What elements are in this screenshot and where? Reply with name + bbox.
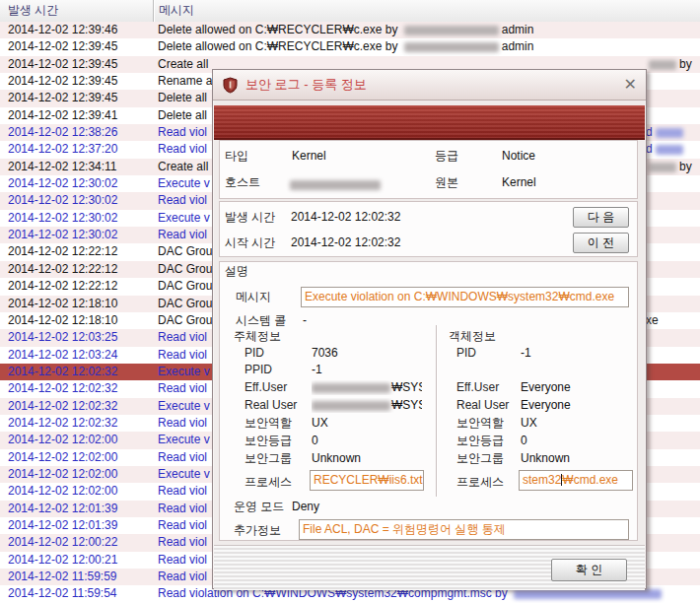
occur-time-label: 발생 시간 [225, 210, 275, 225]
subject-role-label: 보안역할 [245, 416, 292, 431]
object-grade-label: 보안등급 [456, 434, 504, 448]
row-message: Read viol [153, 569, 207, 585]
row-time: 2014-12-02 12:01:39 [0, 501, 153, 517]
row-message: Read viol [153, 517, 207, 534]
origin-label: 원본 [435, 175, 458, 190]
row-message: Delete allowed on C:₩RECYCLER₩c.exe by a… [153, 22, 533, 38]
row-message-fragment: by [646, 159, 692, 175]
column-header-time[interactable]: 발생 시간 [0, 0, 154, 22]
message-label: 메시지 [236, 290, 271, 304]
row-message: Read viol [153, 192, 207, 209]
row-time: 2014-12-02 12:39:45 [0, 38, 153, 55]
row-time: 2014-12-02 12:02:00 [0, 432, 153, 448]
row-time: 2014-12-02 12:22:12 [0, 278, 153, 295]
row-time: 2014-12-02 12:02:00 [0, 449, 153, 466]
message-textbox[interactable]: Execute violation on C:₩WINDOWS₩system32… [301, 287, 629, 307]
redacted-username [404, 42, 499, 52]
row-message: Execute v [153, 432, 210, 448]
subject-ppid-label: PPID [245, 363, 272, 377]
extra-info-textbox[interactable]: File ACL, DAC = 위험명령어 실행 통제 [299, 519, 629, 540]
row-time: 2014-12-02 12:22:12 [0, 243, 153, 260]
row-time: 2014-12-02 12:18:10 [0, 296, 153, 312]
row-message: Execute v [153, 175, 210, 192]
next-button[interactable]: 다 음 [573, 207, 629, 228]
close-icon[interactable]: ✕ [624, 77, 637, 93]
object-section-title: 객체정보 [449, 329, 496, 344]
row-message-fragment: d [646, 141, 686, 158]
row-message: Read viol [153, 380, 207, 397]
syscall-value: - [303, 313, 307, 328]
row-message: DAC Grou [153, 296, 212, 312]
row-time: 2014-12-02 12:03:24 [0, 347, 153, 364]
occur-time-value: 2014-12-02 12:02:32 [291, 210, 400, 225]
row-message: DAC Grou [153, 243, 212, 260]
row-time: 2014-12-02 12:30:02 [0, 192, 153, 209]
object-role-value: UX [521, 416, 537, 431]
object-process-label: 프로세스 [456, 475, 504, 490]
row-message: Execute v [153, 466, 210, 483]
object-role-label: 보안역할 [456, 416, 504, 431]
type-value: Kernel [292, 149, 326, 164]
prev-button[interactable]: 이 전 [573, 233, 629, 253]
row-time: 2014-12-02 12:39:45 [0, 73, 153, 90]
row-time: 2014-12-02 12:39:46 [0, 22, 153, 38]
row-time: 2014-12-02 12:18:10 [0, 312, 153, 329]
row-time: 2014-12-02 12:02:32 [0, 398, 153, 415]
row-message: Create all [153, 159, 208, 175]
subject-effuser-value: ₩SYSTI [312, 380, 422, 395]
type-label: 타입 [225, 149, 248, 164]
subject-object-divider [436, 325, 438, 497]
subject-realuser-value: ₩SYSTI [312, 398, 422, 413]
level-value: Notice [502, 149, 535, 164]
row-message-fragment: xe [646, 312, 659, 329]
row-message-fragment: d [646, 124, 686, 141]
object-realuser-value: Everyone [521, 398, 571, 413]
mode-label: 운영 모드 [234, 500, 284, 514]
row-time: 2014-12-02 12:38:26 [0, 124, 153, 141]
table-row[interactable]: 2014-12-02 12:39:45Delete allowed on C:₩… [0, 38, 700, 55]
row-message-fragment: by [646, 56, 692, 73]
object-group-label: 보안그룹 [456, 451, 504, 466]
row-message: Rename a [153, 73, 212, 90]
row-time: 2014-12-02 11:59:59 [0, 569, 153, 585]
row-message: Read viol [153, 483, 207, 500]
row-time: 2014-12-02 12:02:32 [0, 415, 153, 432]
object-realuser-label: Real User [456, 398, 509, 413]
row-message: DAC Grou [153, 261, 212, 278]
subject-role-value: UX [312, 416, 328, 431]
dialog-titlebar[interactable]: 보안 로그 - 등록 정보 ✕ [213, 70, 646, 100]
row-time: 2014-12-02 12:00:21 [0, 552, 153, 569]
subject-grade-value: 0 [312, 434, 318, 448]
row-message: Delete allowed on C:₩RECYCLER₩c.exe by a… [153, 38, 533, 55]
object-process-textbox[interactable]: stem32₩cmd.exe [519, 470, 633, 491]
row-message: DAC Grou [153, 312, 212, 329]
object-pid-value: -1 [521, 346, 531, 361]
row-message: Read viol [153, 449, 207, 466]
subject-process-textbox[interactable]: RECYCLER₩iis6.txt [310, 470, 424, 491]
column-header-message[interactable]: 메시지 [154, 0, 700, 22]
host-value-redacted [290, 177, 381, 192]
row-message: Delete all [153, 90, 207, 106]
row-message: Read viol [153, 347, 207, 364]
start-time-label: 시작 시간 [225, 235, 275, 250]
object-group-value: Unknown [521, 451, 570, 466]
subject-process-label: 프로세스 [245, 475, 292, 490]
row-message: Delete all [153, 107, 207, 124]
redacted-username [404, 26, 499, 35]
row-message: Execute v [153, 398, 210, 415]
description-section-label: 설명 [225, 264, 248, 279]
dialog-footer: 확 인 [214, 545, 645, 590]
table-row[interactable]: 2014-12-02 12:39:46Delete allowed on C:₩… [0, 22, 700, 38]
row-time: 2014-12-02 12:30:02 [0, 227, 153, 243]
subject-ppid-value: -1 [312, 363, 322, 377]
object-pid-label: PID [456, 346, 476, 361]
redacted-username [514, 589, 662, 599]
row-message: DAC Grou [153, 278, 212, 295]
row-time: 2014-12-02 12:02:00 [0, 483, 153, 500]
object-effuser-value: Everyone [521, 380, 571, 395]
mode-value: Deny [292, 500, 319, 514]
ok-button[interactable]: 확 인 [551, 559, 627, 581]
row-time: 2014-12-02 12:30:02 [0, 210, 153, 227]
row-message: Read viol [153, 124, 207, 141]
row-message: Read viol [153, 329, 207, 346]
